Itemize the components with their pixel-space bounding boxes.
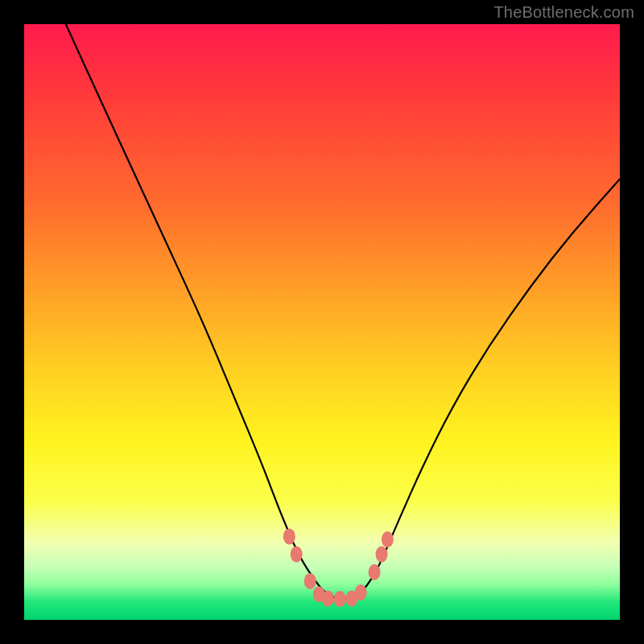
curve-marker xyxy=(304,573,316,589)
curve-marker xyxy=(334,591,346,607)
curve-marker xyxy=(322,590,334,606)
curve-marker xyxy=(369,564,381,580)
bottleneck-curve xyxy=(66,24,620,599)
marker-group xyxy=(283,528,394,607)
curve-marker xyxy=(376,547,388,563)
plot-area xyxy=(24,24,620,620)
curve-svg xyxy=(24,24,620,620)
curve-marker xyxy=(291,547,303,563)
curve-marker xyxy=(355,584,367,601)
curve-marker xyxy=(382,531,394,547)
chart-frame: TheBottleneck.com xyxy=(0,0,644,644)
watermark-text: TheBottleneck.com xyxy=(493,3,634,22)
curve-marker xyxy=(283,528,295,544)
